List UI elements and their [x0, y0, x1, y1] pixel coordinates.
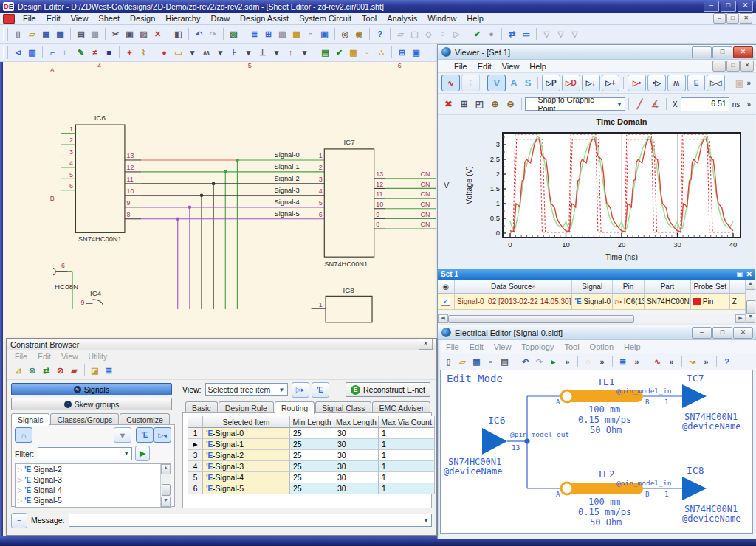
max-length-cell[interactable]: 30 — [334, 428, 379, 439]
enet-mode-button[interactable]: E — [312, 382, 329, 398]
help-icon[interactable]: ? — [721, 356, 733, 368]
properties-icon[interactable]: ◧ — [172, 28, 185, 41]
find-icon[interactable]: ◎ — [339, 28, 351, 41]
selected-item-cell[interactable]: E‑Signal-2 — [203, 450, 290, 461]
copy-graph-button[interactable]: ▣ — [733, 77, 746, 90]
ic-gold-icon[interactable]: ▦ — [347, 46, 360, 59]
close-button[interactable]: ✕ — [738, 1, 753, 12]
cb-titlebar[interactable]: Constraint Browser ✕ — [7, 339, 436, 350]
menu-item-draw[interactable]: Draw — [205, 13, 235, 24]
column-max-via-count[interactable]: Max Via Count — [379, 416, 435, 428]
viewer-mdi-restore[interactable]: □ — [726, 61, 740, 72]
set1-column-data-source[interactable]: Data Source ˄ — [455, 280, 573, 294]
table-row[interactable]: 4E‑Signal-325301 — [188, 461, 435, 472]
selected-item-cell[interactable]: E‑Signal-3 — [203, 461, 290, 472]
table-icon[interactable]: ⊞ — [262, 28, 275, 41]
table-row[interactable]: 1E‑Signal-025301 — [188, 428, 435, 439]
set1-vscrollbar[interactable]: ▲ ▼ — [745, 280, 755, 323]
redo-icon[interactable]: ↷ — [533, 356, 546, 368]
area-rule-icon[interactable]: ▰ — [68, 364, 80, 377]
menu-item-view[interactable]: View — [66, 13, 94, 24]
tab-routing[interactable]: Routing — [275, 401, 315, 414]
max-via-count-cell[interactable]: 1 — [379, 483, 435, 494]
tree-item-signal-2[interactable]: ▷ESignal-2 — [16, 464, 171, 474]
filter-combo[interactable]: ▼ — [38, 447, 132, 460]
filter-3-icon[interactable]: ▽ — [568, 28, 581, 41]
probe-new-icon[interactable]: ⊿ — [12, 364, 24, 377]
probe-group-icon[interactable]: ⊚ — [26, 364, 38, 377]
new-icon[interactable]: ▯ — [12, 28, 24, 41]
viewer-mdi-min[interactable]: – — [712, 61, 726, 72]
list-mode-button[interactable]: ▷▸ — [292, 382, 309, 398]
new-icon[interactable]: ▯ — [442, 356, 455, 368]
mode-a-button[interactable]: A — [506, 77, 520, 89]
max-length-cell[interactable]: 30 — [334, 461, 379, 472]
cb-close-button[interactable]: ✕ — [419, 339, 433, 350]
ruler-angle-button[interactable]: ∡ — [648, 97, 662, 111]
menu-item-file[interactable]: File — [18, 13, 41, 24]
topology-icon[interactable]: ↝ — [686, 356, 698, 368]
probe-enet-button[interactable]: E — [687, 75, 706, 91]
menu-item-hierarchy[interactable]: Hierarchy — [160, 13, 205, 24]
zoom-out-button[interactable]: ⊖ — [504, 97, 518, 111]
fit-all-button[interactable]: ✖ — [441, 97, 456, 111]
tl-end-a[interactable] — [561, 390, 573, 402]
topology-canvas[interactable]: Edit ModeIC6SN74HC00N1@deviceName@pin_mo… — [440, 370, 753, 534]
hierarchy-icon[interactable]: ≣ — [248, 28, 261, 41]
levels-icon[interactable]: ≣ — [616, 356, 629, 368]
menu-item-utility[interactable]: Utility — [83, 352, 113, 361]
place-pin-icon[interactable]: ▢ — [408, 28, 421, 41]
redo-icon[interactable]: ↷ — [207, 28, 219, 41]
menu-item-help[interactable]: Help — [524, 61, 551, 72]
message-combo[interactable]: ▼ — [69, 514, 432, 527]
drop-icon[interactable]: ▾ — [214, 46, 227, 59]
pair-view-button[interactable]: ▷◂ — [154, 427, 171, 443]
x-coordinate-field[interactable]: 6.51 — [681, 97, 729, 111]
fft-button[interactable]: ⫶ — [461, 75, 480, 91]
gnd-icon[interactable]: ⊥ — [256, 46, 269, 59]
save-image-icon[interactable]: ▫ — [484, 356, 497, 368]
toolbar-overflow[interactable]: » — [746, 79, 751, 87]
ovf-icon[interactable]: » — [665, 356, 678, 368]
tree-item-signal-5[interactable]: ▷ESignal-5 — [16, 495, 171, 505]
filter-2-icon[interactable]: ▽ — [554, 28, 567, 41]
sheet-icon[interactable] — [3, 14, 15, 24]
help-icon[interactable]: ? — [374, 28, 386, 41]
max-via-count-cell[interactable]: 1 — [379, 439, 435, 450]
probe-data-button[interactable]: ▷D — [562, 75, 580, 91]
maximize-button[interactable]: □ — [721, 1, 736, 12]
zoom-area-button[interactable]: ◰ — [472, 97, 487, 111]
place-bus-icon[interactable]: ○ — [436, 28, 449, 41]
print-preview-icon[interactable]: ▥ — [89, 28, 101, 41]
probe-route-icon[interactable]: ⇄ — [40, 364, 52, 377]
driver-buffer-ic6[interactable] — [482, 428, 507, 455]
ic6-body[interactable] — [75, 125, 124, 232]
selected-item-cell[interactable]: E‑Signal-5 — [203, 483, 290, 494]
probe-dot-button[interactable]: ▷• — [628, 75, 646, 91]
fit-window-button[interactable]: ⊞ — [457, 97, 471, 111]
menu-item-topology[interactable]: Topology — [516, 342, 559, 352]
skew-groups-button[interactable]: ◔Skew groups — [11, 398, 172, 410]
viewer-close-button[interactable]: ✕ — [733, 46, 753, 58]
ovf-icon[interactable]: » — [561, 356, 574, 368]
menu-item-edit[interactable]: Edit — [464, 342, 489, 352]
visibility-column-icon[interactable]: ◉ — [438, 280, 455, 294]
save-icon[interactable]: ▦ — [470, 356, 483, 368]
print-icon[interactable]: ▤ — [498, 356, 511, 368]
gate-icon[interactable]: ⊲ — [12, 46, 24, 59]
pin-flash-icon[interactable]: ⌇ — [137, 46, 150, 59]
probe-add-button[interactable]: ▷+ — [602, 75, 620, 91]
menu-item-design[interactable]: Design — [125, 13, 160, 24]
window-icon[interactable]: ▣ — [410, 46, 422, 59]
max-length-cell[interactable]: 30 — [334, 439, 379, 450]
ee-close-button[interactable]: ✕ — [733, 327, 753, 339]
save-all-icon[interactable]: ▩ — [54, 28, 66, 41]
viewer-restore-button[interactable]: □ — [712, 46, 732, 58]
reconstruct-enet-button[interactable]: E Reconstruct E-net — [346, 382, 430, 397]
filter-funnel-button[interactable]: ▼ — [114, 427, 131, 443]
enet-view-button[interactable]: E — [136, 427, 154, 443]
grid-icon[interactable]: ⊞ — [396, 46, 408, 59]
max-via-count-cell[interactable]: 1 — [379, 450, 435, 461]
browse-icon[interactable]: ▫ — [304, 28, 317, 41]
design-view-icon[interactable]: ▩ — [290, 28, 303, 41]
